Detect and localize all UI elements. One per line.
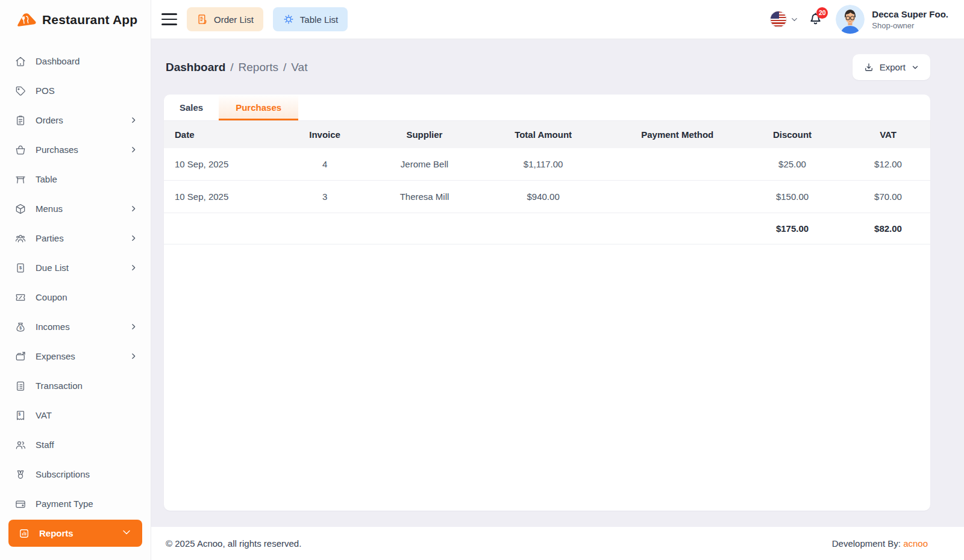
sidebar-item-incomes[interactable]: $ Incomes	[0, 312, 151, 341]
sidebar-item-label: Staff	[36, 440, 54, 450]
table-row: 10 Sep, 2025 3 Theresa Mill $940.00 $150…	[164, 181, 930, 213]
cell-date: 10 Sep, 2025	[164, 148, 271, 181]
cell-supplier: Jerome Bell	[378, 148, 471, 181]
sidebar-item-orders[interactable]: Orders	[0, 105, 151, 135]
breadcrumb-separator: /	[283, 61, 286, 74]
notification-badge: 20	[816, 7, 828, 19]
user-role: Shop-owner	[872, 21, 948, 30]
tag-icon	[14, 85, 27, 97]
breadcrumb-reports[interactable]: Reports	[239, 61, 279, 74]
home-icon	[14, 55, 27, 67]
user-name: Decca Super Foo.	[872, 9, 948, 19]
table-list-button[interactable]: Table List	[273, 7, 348, 31]
page-head: Dashboard / Reports / Vat Export	[164, 54, 930, 80]
top-header: Order List Table List 20	[151, 0, 964, 39]
sidebar-item-dashboard[interactable]: Dashboard	[0, 46, 151, 76]
col-vat: VAT	[846, 121, 930, 148]
col-supplier: Supplier	[378, 121, 471, 148]
vat-purchases-table: Date Invoice Supplier Total Amount Payme…	[164, 121, 930, 244]
sidebar-item-label: Dashboard	[36, 56, 80, 66]
chevron-right-icon	[130, 234, 137, 242]
col-payment-method: Payment Method	[616, 121, 739, 148]
chevron-right-icon	[130, 352, 137, 360]
order-list-label: Order List	[214, 14, 254, 25]
table-row: 10 Sep, 2025 4 Jerome Bell $1,117.00 $25…	[164, 148, 930, 181]
svg-text:$: $	[18, 411, 20, 416]
transaction-icon	[14, 380, 27, 392]
order-list-button[interactable]: Order List	[187, 7, 263, 31]
breadcrumb-separator: /	[230, 61, 233, 74]
cell-discount: $150.00	[739, 181, 846, 213]
hamburger-menu-icon[interactable]	[161, 13, 177, 25]
header-right-cluster: 20 Decca Supe	[770, 5, 948, 34]
staff-icon	[14, 439, 27, 451]
total-discount: $175.00	[739, 213, 846, 244]
export-button[interactable]: Export	[853, 54, 930, 80]
sidebar-item-label: Due List	[36, 263, 69, 273]
app-window: Restaurant App Dashboard POS Orders Purc…	[0, 0, 964, 560]
chevron-down-icon	[120, 526, 133, 541]
sidebar: Restaurant App Dashboard POS Orders Purc…	[0, 0, 151, 560]
notification-bell-icon[interactable]: 20	[807, 10, 824, 29]
chevron-right-icon	[130, 146, 137, 154]
sidebar-item-vat[interactable]: $ VAT	[0, 400, 151, 430]
sidebar-item-coupon[interactable]: Coupon	[0, 282, 151, 312]
col-invoice: Invoice	[271, 121, 378, 148]
breadcrumb-dashboard[interactable]: Dashboard	[166, 61, 225, 74]
cell-discount: $25.00	[739, 148, 846, 181]
breadcrumb-vat: Vat	[291, 61, 307, 74]
cell-invoice: 4	[271, 148, 378, 181]
svg-text:$: $	[19, 265, 22, 270]
sidebar-item-expenses[interactable]: Expenses	[0, 341, 151, 371]
cell-vat: $70.00	[846, 181, 930, 213]
coupon-icon	[14, 291, 27, 303]
sidebar-nav: Dashboard POS Orders Purchases Table	[0, 39, 151, 547]
sidebar-item-table[interactable]: Table	[0, 164, 151, 194]
sidebar-item-label: Transaction	[36, 381, 83, 391]
cell-invoice: 3	[271, 181, 378, 213]
chevron-down-icon[interactable]	[790, 15, 799, 24]
sidebar-item-label: Orders	[36, 115, 63, 125]
payment-icon	[14, 498, 27, 510]
sidebar-item-transaction[interactable]: Transaction	[0, 371, 151, 400]
round-table-icon	[283, 13, 295, 25]
sidebar-item-label: Coupon	[36, 292, 67, 302]
sidebar-item-purchases[interactable]: Purchases	[0, 135, 151, 164]
sidebar-item-label: Subscriptions	[36, 469, 90, 479]
chevron-right-icon	[130, 205, 137, 213]
development-link[interactable]: acnoo	[903, 538, 928, 549]
brand[interactable]: Restaurant App	[0, 0, 151, 39]
sidebar-item-parties[interactable]: Parties	[0, 223, 151, 253]
brand-name: Restaurant App	[42, 13, 137, 27]
chevron-down-icon	[911, 63, 919, 72]
main-column: Order List Table List 20	[151, 0, 964, 560]
sidebar-item-label: Table	[36, 174, 57, 184]
order-receipt-icon	[196, 13, 208, 25]
us-flag-icon[interactable]	[770, 11, 787, 28]
cell-vat: $12.00	[846, 148, 930, 181]
basket-icon	[14, 144, 27, 156]
sidebar-item-label: Reports	[39, 528, 74, 538]
money-bag-icon: $	[14, 321, 27, 333]
sidebar-item-label: Payment Type	[36, 499, 93, 509]
col-total-amount: Total Amount	[471, 121, 616, 148]
sidebar-item-subscriptions[interactable]: Subscriptions	[0, 459, 151, 489]
sidebar-item-reports[interactable]: Reports	[8, 520, 142, 547]
sidebar-item-label: VAT	[36, 410, 52, 420]
tab-purchases[interactable]: Purchases	[219, 95, 298, 120]
sidebar-item-due-list[interactable]: $ Due List	[0, 253, 151, 282]
due-receipt-icon: $	[14, 262, 27, 274]
table-icon	[14, 173, 27, 185]
avatar[interactable]	[836, 5, 865, 34]
cell-total-amount: $940.00	[471, 181, 616, 213]
tab-sales[interactable]: Sales	[164, 95, 219, 120]
sidebar-item-label: Purchases	[36, 145, 78, 155]
user-menu[interactable]: Decca Super Foo. Shop-owner	[872, 9, 948, 30]
development-label: Development By:	[832, 538, 901, 549]
sidebar-item-menus[interactable]: Menus	[0, 194, 151, 223]
users-icon	[14, 232, 27, 244]
sidebar-item-payment-type[interactable]: Payment Type	[0, 489, 151, 518]
sidebar-item-staff[interactable]: Staff	[0, 430, 151, 459]
sidebar-item-pos[interactable]: POS	[0, 76, 151, 105]
chevron-right-icon	[130, 116, 137, 124]
